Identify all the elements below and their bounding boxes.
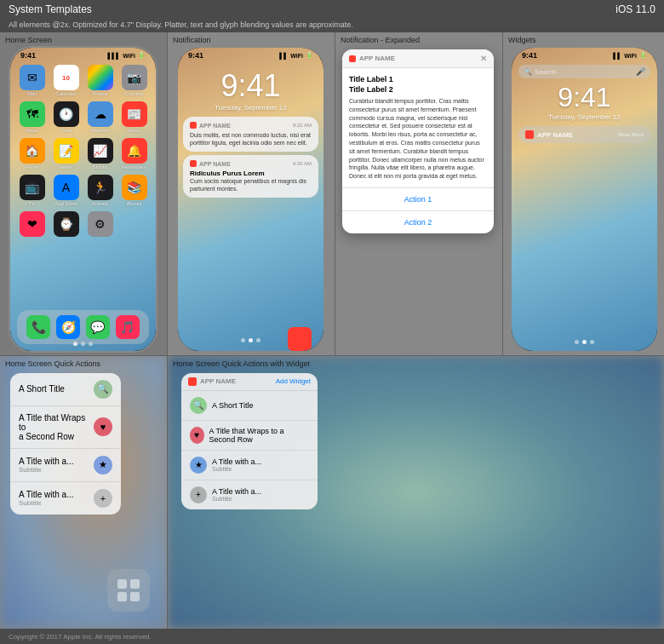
qa-item-1[interactable]: A Short Title 🔍 — [10, 373, 121, 406]
expanded-close-button[interactable]: ✕ — [480, 54, 487, 63]
home-screen-label: Home Screen — [5, 36, 52, 44]
dock-phone[interactable]: 📞 — [26, 315, 50, 339]
app-mail[interactable]: ✉ Mail — [17, 65, 47, 96]
app-photos[interactable]: Photos — [85, 65, 115, 96]
app-row-3: 🏠 Home 📝 Notes 📈 Stocks — [17, 138, 149, 170]
qa-item-2[interactable]: A Title that Wraps toa Second Row ♥ — [10, 406, 121, 449]
qaw-add-widget-button[interactable]: Add Widget — [276, 377, 311, 385]
subtitle-text: All elements @2x. Optimized for 4.7" Dis… — [9, 20, 353, 29]
notification-expanded-section: Notification - Expanded APP NAME ✕ Title… — [335, 32, 502, 355]
app-activity[interactable]: 🏃 Activity — [85, 175, 115, 206]
notif-time-1: 9:22 AM — [293, 123, 312, 128]
app-row-1: ✉ Mail 10 Calendar Photos — [17, 65, 149, 96]
svg-rect-2 — [117, 592, 127, 601]
app-calendar[interactable]: 10 Calendar — [51, 65, 81, 96]
quick-actions-widget-section: Home Screen Quick Actions with Widget AP… — [168, 356, 664, 629]
status-bar-notif: 9:41 ▌▌ WiFi 🔋 — [178, 48, 323, 61]
notif-title-2: Ridiculus Purus Lorem — [190, 170, 312, 177]
quick-actions-widget-label: Home Screen Quick Actions with Widget — [173, 359, 310, 368]
widgets-bg: 9:41 ▌▌ WiFi 🔋 🔍 Search 🎤 9:41 Tuesday, — [512, 48, 657, 351]
notif-bg: 9:41 ▌▌ WiFi 🔋 9:41 Tuesday, September 1… — [178, 48, 323, 351]
widget-app-card: APP NAME Show More — [518, 126, 650, 143]
expanded-title2: Title Label 2 — [349, 85, 487, 94]
widgets-section: Widgets 9:41 ▌▌ WiFi 🔋 🔍 Search � — [503, 32, 664, 355]
app-appstore[interactable]: A App Store — [51, 175, 81, 206]
widget-search-placeholder: Search — [535, 68, 556, 76]
app-clock[interactable]: 🕐 Clock — [51, 101, 81, 133]
status-icons-home: ▌▌▌ WiFi 🔋 — [107, 52, 146, 59]
svg-rect-1 — [130, 579, 140, 589]
qa-icon-plus: + — [94, 489, 112, 508]
app-health[interactable]: ❤ . — [17, 211, 47, 243]
main-area: Home Screen 9:41 ▌▌▌ WiFi 🔋 — [0, 32, 664, 629]
widget-search-bar[interactable]: 🔍 Search 🎤 — [518, 65, 650, 78]
dock-messages[interactable]: 💬 — [86, 315, 110, 339]
app-reminders[interactable]: 🔔 Reminders — [119, 138, 149, 170]
app-row-4: 📺 TV A App Store 🏃 Activity — [17, 175, 149, 206]
expanded-card: APP NAME ✕ Title Label 1 Title Label 2 C… — [342, 49, 494, 233]
qaw-header: APP NAME Add Widget — [181, 373, 318, 391]
qaw-icon-search: 🔍 — [190, 397, 207, 414]
notif-big-time: 9:41 — [178, 68, 323, 104]
qa-icon-star: ★ — [94, 456, 112, 474]
app-settings[interactable]: ⚙ . — [85, 211, 115, 243]
header-bar: System Templates iOS 11.0 — [0, 0, 664, 19]
expanded-dot — [349, 55, 356, 62]
widget-mic-icon: 🎤 — [636, 67, 645, 76]
footer-copyright: Copyright © 2017 Apple Inc. All rights r… — [9, 633, 152, 641]
notif-app-name-2: APP NAME — [199, 161, 231, 167]
qaw-app-name: APP NAME — [200, 377, 236, 385]
qaw-icon-heart: ♥ — [190, 427, 204, 444]
widget-date: Tuesday, September 12 — [512, 113, 657, 121]
notif-app-name-1: APP NAME — [199, 123, 231, 129]
app-tv[interactable]: 📺 TV — [17, 175, 47, 206]
dock-safari[interactable]: 🧭 — [56, 315, 80, 339]
qa-panel: A Short Title 🔍 A Title that Wraps toa S… — [10, 373, 121, 515]
status-bar-home: 9:41 ▌▌▌ WiFi 🔋 — [10, 48, 156, 61]
notif-time-2: 9:20 AM — [293, 161, 312, 166]
iphone-home-bg: 9:41 ▌▌▌ WiFi 🔋 ✉ Mail — [10, 48, 156, 351]
quick-actions-section: Home Screen Quick Actions A Short Title … — [0, 356, 167, 629]
qaw-icon-plus: + — [190, 486, 207, 503]
qa-icon-grid — [107, 569, 150, 612]
qaw-item-1[interactable]: 🔍 A Short Title — [181, 391, 318, 421]
qa-icon-search: 🔍 — [94, 380, 112, 399]
app-stocks[interactable]: 📈 Stocks — [85, 138, 115, 170]
dock-music[interactable]: 🎵 — [116, 315, 140, 339]
app-notes[interactable]: 📝 Notes — [51, 138, 81, 170]
expanded-text: Curabitur blandit tempus porttitor. Cras… — [349, 97, 487, 181]
widgets-phone: 9:41 ▌▌ WiFi 🔋 🔍 Search 🎤 9:41 Tuesday, — [510, 46, 659, 353]
qa-item-3[interactable]: A Title with a... Subtitle ★ — [10, 449, 121, 482]
action-2-button[interactable]: Action 2 — [342, 211, 494, 233]
qa-item-4[interactable]: A Title with a... Subtitle + — [10, 482, 121, 515]
qaw-widget-card: APP NAME Add Widget 🔍 A Short Title ♥ A … — [181, 373, 318, 509]
app-weather[interactable]: ☁ Weather — [85, 101, 115, 133]
qaw-item-4[interactable]: + A Title with a... Subtitle — [181, 480, 318, 509]
action-1-button[interactable]: Action 1 — [342, 188, 494, 211]
app-home[interactable]: 🏠 Home — [17, 138, 47, 170]
app-row-2: 🗺 Maps 🕐 Clock ☁ Weather — [17, 101, 149, 133]
quick-actions-label: Home Screen Quick Actions — [5, 359, 100, 368]
notif-body-1: Duis mollis, est non commodo luctus, nis… — [190, 131, 312, 147]
app-ibooks[interactable]: 📚 iBooks — [119, 175, 149, 206]
notif-card-1: APP NAME 9:22 AM Duis mollis, est non co… — [183, 117, 318, 152]
subtitle-bar: All elements @2x. Optimized for 4.7" Dis… — [0, 19, 664, 32]
expanded-title1: Title Label 1 — [349, 75, 487, 83]
widgets-label: Widgets — [508, 36, 536, 44]
svg-rect-3 — [130, 592, 140, 601]
dock: 📞 🧭 💬 🎵 — [17, 310, 149, 344]
qaw-app-dot — [188, 377, 197, 386]
app-maps[interactable]: 🗺 Maps — [17, 101, 47, 133]
app-watch[interactable]: ⌚ . — [51, 211, 81, 243]
qaw-item-2[interactable]: ♥ A Title that Wraps to a Second Row — [181, 421, 318, 451]
app-camera[interactable]: 📷 Camera — [119, 65, 149, 96]
app-news[interactable]: 📰 News — [119, 101, 149, 133]
expanded-body: Title Label 1 Title Label 2 Curabitur bl… — [342, 68, 494, 187]
app-empty: . — [119, 211, 149, 243]
notif-page-dots — [178, 338, 323, 342]
widget-show-more[interactable]: Show More — [618, 132, 644, 137]
expanded-header: APP NAME ✕ — [342, 49, 494, 68]
qaw-item-3[interactable]: ★ A Title with a... Subtitle — [181, 451, 318, 480]
notification-expanded-label: Notification - Expanded — [341, 36, 420, 44]
notification-label: Notification — [173, 36, 211, 44]
